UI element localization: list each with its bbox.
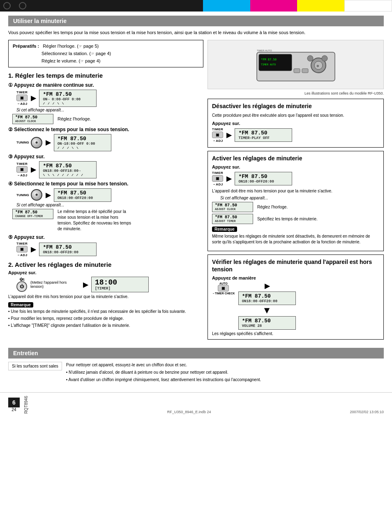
page-number-2: 24	[12, 407, 16, 412]
activer-remark: Remarque Même lorsque les réglages de mi…	[212, 227, 379, 245]
timer-label-bot-3: －ADJ	[17, 173, 28, 178]
tuning-knob-icon-2[interactable]: ⊕	[31, 189, 42, 201]
strip-yellow	[297, 0, 344, 12]
prereq-box: Préparatifs : Régler l'horloge. (☞ page …	[8, 40, 203, 67]
svg-point-8	[322, 56, 327, 61]
tuning-label-1: TUNING	[16, 141, 29, 144]
timer-btn-body-3[interactable]: ▣	[16, 166, 28, 173]
lcd-verifier-2: *FM 87.50 VOLUME 28	[238, 316, 296, 330]
sub4-side-note: Le même temps a été spécifié pour la mis…	[58, 209, 131, 232]
remark-bullet-1: • Une fois les temps de minuterie spécif…	[8, 308, 203, 315]
small-lcd-1: *FM 87.50 ADJUST CLOCK	[12, 114, 53, 124]
lcd-main-3: *FM 87.50	[43, 163, 93, 169]
auto-button[interactable]: ▣	[218, 285, 229, 291]
prereq-line-3: Réglez le volume. (☞ page 4)	[13, 58, 199, 65]
svg-rect-1	[259, 54, 292, 71]
arrow-3: ▶	[31, 166, 36, 173]
color-strips	[156, 0, 392, 12]
page-number: 6	[8, 398, 20, 407]
arrow-v1: ▶	[265, 282, 270, 290]
lcd-display-2: *FM 87.50 ON→18:00→OFF 0:00 / / / \ \	[54, 134, 111, 151]
lcd-display-5: *FM 87.50 ON18:00→OFF20:00	[39, 243, 97, 256]
footer-filename: RF_U350_8946_E.indb 24	[167, 410, 211, 414]
lcd-sub-step2: [TIMER]	[95, 287, 145, 291]
footer: 6 24 RQT8946 RF_U350_8946_E.indb 24 2007…	[0, 392, 392, 416]
timer-button-d[interactable]: TIMER ▣ －ADJ	[212, 127, 223, 143]
activer-body1: L'appareil doit être mis hors tension po…	[212, 188, 379, 194]
desactiver-action-row: TIMER ▣ －ADJ ▶ *FM 87.50 TIMER-PLAY OFF	[212, 127, 379, 143]
desactiver-body: Cette procédure peut être exécutée alors…	[212, 113, 379, 118]
power-button[interactable]: ⏻	[16, 281, 27, 292]
timer-label-bot-5: －ADJ	[17, 253, 28, 257]
svg-text:TIMER AUTO: TIMER AUTO	[257, 49, 272, 52]
activer-action-row: TIMER ▣ －ADJ ▶ *FM 87.50 ON18:00→OFF20:0…	[212, 171, 379, 187]
timer-label-top-3: TIMER	[16, 162, 28, 166]
illustration-caption: Les illustrations sont celles du modèle …	[208, 91, 384, 95]
timer-button-a[interactable]: TIMER ▣ －ADJ	[212, 171, 223, 187]
entretien-bullet-2: • Avant d'utiliser un chiffon imprégné c…	[66, 377, 261, 383]
lcd-display-step2: 18:00 [TIMER]	[91, 277, 149, 292]
tuning-knob-1[interactable]: TUNING ⊕	[16, 137, 42, 148]
left-column: Préparatifs : Régler l'horloge. (☞ page …	[8, 40, 203, 343]
footer-left: 6 24 RQT8946	[8, 396, 28, 414]
svg-rect-9	[294, 69, 300, 73]
lcd-sub-5: ON18:00→OFF20:00	[43, 250, 93, 254]
activer-small-tag-1: ADJUST CLOCK	[215, 208, 250, 211]
small-lcd-tag-1: ADJUST CLOCK	[15, 120, 51, 123]
activer-box: Activer les réglages de minuterie Appuye…	[208, 151, 384, 251]
small-lcd-main-2: *FM 87.50	[15, 210, 37, 215]
verifier-action-row: AUTO ▣ －TIMER CHECK ▶ *FM 87.50 ON18:00→…	[212, 282, 379, 330]
step1-heading: 1. Régler les temps de minuterie	[8, 72, 203, 80]
page-number-block: 6 24	[8, 398, 20, 412]
verifier-heading: Vérifier les réglages de minuterie quand…	[212, 258, 379, 273]
arrow-2: ▶	[46, 139, 51, 146]
timer-btn-body-5[interactable]: ▣	[16, 246, 28, 252]
main-columns: Préparatifs : Régler l'horloge. (☞ page …	[8, 40, 384, 343]
lcd-display-3: *FM 87.50 ON18:00→OFF18:00→ \ \ \ / / / …	[39, 161, 97, 178]
timer-button-1[interactable]: TIMER ▣ －ADJ	[16, 90, 28, 106]
footer-timestamp: 2007/02/02 13:05:10	[350, 410, 384, 414]
timer-button-5[interactable]: TIMER ▣ －ADJ	[16, 242, 28, 257]
activer-remark-text: Même lorsque les réglages de minuterie s…	[212, 234, 379, 245]
sub-step-1-label: ① Appuyez de manière continue sur.	[8, 82, 203, 88]
timer-label-top-5: TIMER	[16, 242, 28, 245]
arrow-1: ▶	[31, 94, 36, 102]
svg-rect-10	[302, 69, 308, 73]
doc-code: RQT8946	[24, 396, 28, 414]
lcd-display-4: *FM 87.50 ON18:00→OFF20:00	[54, 188, 111, 202]
entretien-section: Entretien Si les surfaces sont sales Pou…	[8, 348, 384, 384]
tuning-knob-icon-1[interactable]: ⊕	[31, 137, 42, 148]
lcd-stars-2: / / / \ \	[58, 146, 108, 150]
arrow-a: ▶	[226, 175, 231, 183]
lcd-main-2: *FM 87.50	[58, 136, 108, 142]
power-btn-container: ⏻/| ⏻	[16, 278, 27, 292]
radio-svg: *FM 87.50 TIMER AUTO ⊕ TIMER AUTO	[255, 44, 337, 85]
activer-sub-label: Appuyez sur.	[212, 164, 379, 169]
radio-image: *FM 87.50 TIMER AUTO ⊕ TIMER AUTO	[208, 40, 384, 89]
arrow-step2: ▶	[83, 281, 88, 289]
entretien-content: Si les surfaces sont sales Pour nettoyer…	[8, 362, 384, 384]
tuning-knob-2[interactable]: TUNING ⊕	[16, 189, 42, 201]
remark-bullet-3: • L'affichage "[TIMER]" clignote pendant…	[8, 322, 203, 328]
desactiver-sub-label: Appuyez sur.	[212, 121, 379, 126]
entretien-heading: Entretien	[8, 348, 384, 359]
arrow-5: ▶	[31, 245, 36, 253]
entretien-bullet-1: • N'utilisez jamais d'alcool, de diluant…	[66, 369, 261, 375]
top-black-section	[0, 0, 156, 12]
right-column: *FM 87.50 TIMER AUTO ⊕ TIMER AUTO Les il…	[208, 40, 384, 343]
sub5-action-row: TIMER ▣ －ADJ ▶ *FM 87.50 ON18:00→OFF20:0…	[16, 242, 203, 257]
auto-btn-container: AUTO ▣ －TIMER CHECK	[212, 282, 235, 296]
activer-small-note-2: Spécifiez les temps de minuterie.	[257, 217, 318, 221]
desactiver-box: Désactiver les réglages de minuterie Cet…	[208, 99, 384, 147]
sub-step-3-label: ③ Appuyez sur.	[8, 154, 203, 160]
page-title: Utiliser la minuterie	[8, 16, 384, 26]
svg-point-7	[307, 56, 313, 61]
lcd-main-4: *FM 87.50	[58, 190, 108, 196]
entretien-para1: Pour nettoyer cet appareil, essuyez-le a…	[66, 362, 261, 368]
lcd-main-step2: 18:00	[95, 278, 145, 287]
sub-step-4-label: ④ Sélectionnez le temps pour la mise hor…	[8, 181, 203, 187]
timer-button-3[interactable]: TIMER ▣ －ADJ	[16, 162, 28, 178]
sub-step-2-label: ② Sélectionnez le temps pour la mise sou…	[8, 127, 203, 132]
activer-note: Si cet affichage apparaît...	[220, 196, 379, 200]
timer-btn-body[interactable]: ▣	[16, 95, 28, 101]
